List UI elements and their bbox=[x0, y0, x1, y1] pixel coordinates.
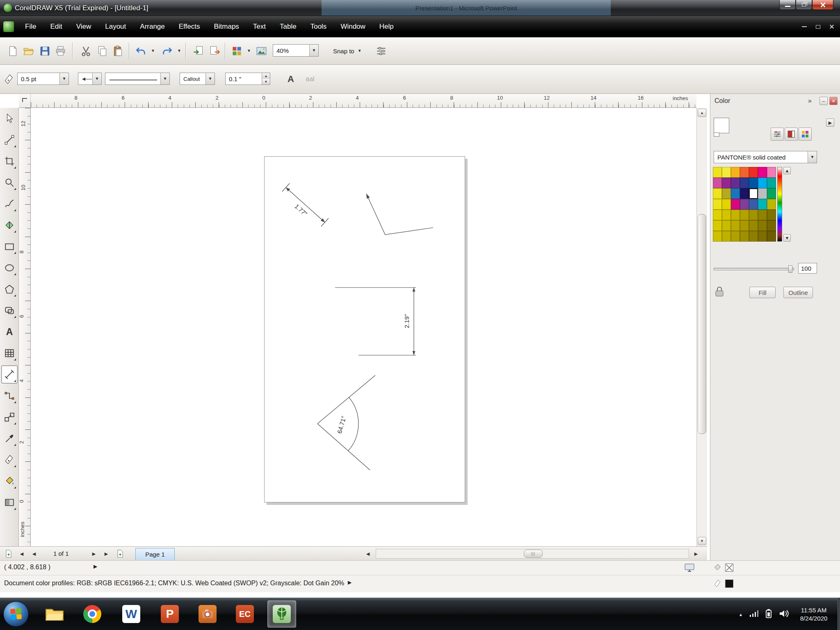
scroll-up-icon[interactable]: ▲ bbox=[698, 109, 706, 117]
palette-swatch[interactable] bbox=[758, 188, 767, 199]
palette-swatch[interactable] bbox=[749, 231, 758, 242]
scroll-left-icon[interactable]: ◀ bbox=[363, 548, 373, 559]
tint-value[interactable]: 100 bbox=[798, 263, 817, 274]
chevron-down-icon[interactable]: ▼ bbox=[205, 73, 215, 84]
menu-table[interactable]: Table bbox=[273, 16, 304, 37]
palette-swatch[interactable] bbox=[722, 188, 731, 199]
palette-swatch[interactable] bbox=[749, 167, 758, 178]
menu-file[interactable]: File bbox=[18, 16, 43, 37]
crop-tool-button[interactable] bbox=[1, 152, 18, 170]
palette-swatch[interactable] bbox=[740, 231, 749, 242]
palette-swatch[interactable] bbox=[749, 188, 758, 199]
palette-swatch[interactable] bbox=[767, 178, 776, 188]
spin-up-icon[interactable]: ▲ bbox=[262, 73, 270, 79]
palette-swatch[interactable] bbox=[758, 220, 767, 231]
palette-swatch[interactable] bbox=[731, 178, 740, 188]
last-page-icon[interactable]: ▶ bbox=[101, 548, 112, 559]
palette-swatch[interactable] bbox=[767, 231, 776, 242]
vertical-scrollbar[interactable]: ▲ ▼ bbox=[696, 108, 707, 546]
ellipse-tool-button[interactable] bbox=[1, 259, 18, 277]
previous-page-icon[interactable]: ◀ bbox=[29, 548, 39, 559]
menu-layout[interactable]: Layout bbox=[98, 16, 133, 37]
show-hidden-icons-button[interactable]: ▴ bbox=[740, 612, 742, 617]
first-page-icon[interactable]: ◀ bbox=[16, 548, 27, 559]
palette-swatch[interactable] bbox=[713, 220, 722, 231]
palette-swatch[interactable] bbox=[758, 167, 767, 178]
camera-app-button[interactable] bbox=[193, 600, 222, 628]
palette-swatch[interactable] bbox=[713, 188, 722, 199]
palette-swatch[interactable] bbox=[722, 220, 731, 231]
coreldraw-app-icon[interactable] bbox=[4, 4, 12, 12]
color-viewers-view-button[interactable] bbox=[785, 128, 798, 141]
powerpoint-button[interactable]: P bbox=[155, 600, 184, 628]
ruler-corner[interactable] bbox=[19, 94, 31, 108]
zoom-tool-button[interactable] bbox=[1, 173, 18, 192]
palette-swatch[interactable] bbox=[767, 210, 776, 220]
zoom-level-combo[interactable]: 40% ▼ bbox=[273, 44, 319, 57]
palette-swatch[interactable] bbox=[713, 167, 722, 178]
undo-button[interactable] bbox=[132, 42, 149, 59]
palette-spectrum-strip[interactable] bbox=[777, 167, 782, 242]
menu-bitmaps[interactable]: Bitmaps bbox=[207, 16, 246, 37]
palette-swatch[interactable] bbox=[749, 178, 758, 188]
palette-swatch[interactable] bbox=[767, 220, 776, 231]
add-page-button-2[interactable] bbox=[115, 548, 126, 559]
outline-button[interactable]: Outline bbox=[783, 287, 813, 298]
text-tool-button[interactable]: A bbox=[1, 323, 18, 341]
palette-swatch[interactable] bbox=[713, 178, 722, 188]
scroll-right-icon[interactable]: ▶ bbox=[691, 548, 701, 559]
paste-button[interactable] bbox=[109, 42, 126, 59]
chevron-down-icon[interactable]: ▼ bbox=[59, 73, 68, 84]
open-button[interactable] bbox=[20, 42, 37, 59]
save-button[interactable] bbox=[36, 42, 53, 59]
docker-chevrons-icon[interactable]: » bbox=[808, 97, 812, 105]
drawing-canvas[interactable]: 1.77" 2.19" 64.71° bbox=[31, 108, 696, 546]
palette-swatch[interactable] bbox=[740, 199, 749, 210]
horizontal-scrollbar[interactable]: ||| bbox=[376, 549, 689, 559]
outline-width-combo[interactable]: 0.5 pt ▼ bbox=[17, 73, 69, 85]
palette-swatch[interactable] bbox=[767, 199, 776, 210]
tint-slider-thumb[interactable] bbox=[788, 265, 792, 273]
palette-swatch[interactable] bbox=[731, 231, 740, 242]
palette-swatch[interactable] bbox=[758, 199, 767, 210]
palette-swatch[interactable] bbox=[731, 188, 740, 199]
file-explorer-button[interactable] bbox=[40, 600, 69, 628]
volume-icon[interactable] bbox=[779, 609, 789, 619]
tint-slider[interactable] bbox=[714, 268, 794, 270]
horizontal-ruler[interactable]: 8 6 4 2 0 2 4 6 8 10 12 14 16 inches bbox=[31, 94, 696, 108]
system-clock[interactable]: 11:55 AM 8/24/2020 bbox=[790, 598, 838, 630]
document-icon[interactable] bbox=[3, 21, 14, 32]
basic-shapes-tool-button[interactable] bbox=[1, 301, 18, 320]
palette-swatch[interactable] bbox=[722, 199, 731, 210]
close-button[interactable] bbox=[812, 0, 833, 10]
palette-scroll-up-icon[interactable]: ▲ bbox=[783, 167, 791, 174]
print-button[interactable] bbox=[52, 42, 69, 59]
redo-button[interactable] bbox=[158, 42, 176, 59]
chevron-down-icon[interactable]: ▼ bbox=[309, 45, 318, 56]
docker-close-button[interactable]: ✕ bbox=[829, 97, 838, 105]
show-desktop-button[interactable] bbox=[838, 598, 840, 630]
welcome-screen-button[interactable] bbox=[253, 42, 270, 59]
interactive-fill-tool-button[interactable] bbox=[1, 493, 18, 511]
export-button[interactable] bbox=[206, 42, 223, 59]
palette-swatch[interactable] bbox=[740, 188, 749, 199]
polygon-tool-button[interactable] bbox=[1, 280, 18, 298]
palette-swatch[interactable] bbox=[713, 199, 722, 210]
menu-tools[interactable]: Tools bbox=[304, 16, 334, 37]
palette-swatch[interactable] bbox=[767, 167, 776, 178]
dimension-text-button[interactable]: A bbox=[282, 71, 299, 88]
palette-swatch[interactable] bbox=[722, 210, 731, 220]
palette-swatch[interactable] bbox=[740, 210, 749, 220]
palette-swatch[interactable] bbox=[722, 231, 731, 242]
menu-effects[interactable]: Effects bbox=[172, 16, 207, 37]
redo-dropdown-button[interactable]: ▼ bbox=[176, 46, 183, 55]
menu-arrange[interactable]: Arrange bbox=[133, 16, 171, 37]
dimension-tool-button[interactable] bbox=[1, 365, 18, 383]
lock-icon[interactable] bbox=[714, 286, 724, 299]
palette-swatch[interactable] bbox=[758, 210, 767, 220]
vertical-scroll-thumb[interactable] bbox=[698, 214, 706, 434]
next-page-icon[interactable]: ▶ bbox=[89, 548, 99, 559]
color-sliders-view-button[interactable] bbox=[771, 128, 784, 141]
menu-window[interactable]: Window bbox=[333, 16, 372, 37]
palette-swatch[interactable] bbox=[758, 178, 767, 188]
